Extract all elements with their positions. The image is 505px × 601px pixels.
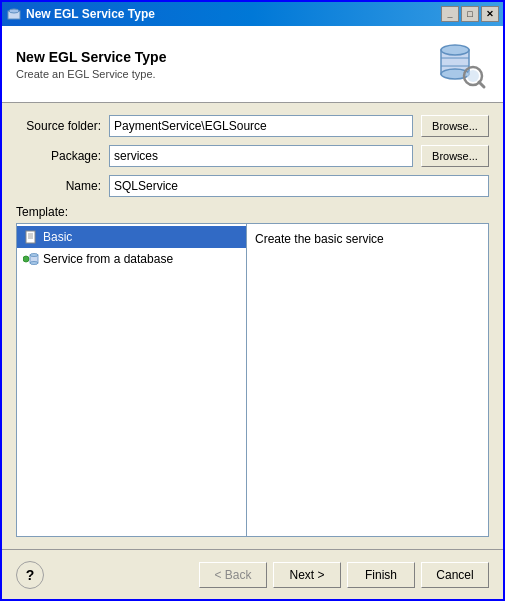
- source-folder-browse-button[interactable]: Browse...: [421, 115, 489, 137]
- cancel-button[interactable]: Cancel: [421, 562, 489, 588]
- svg-point-17: [30, 262, 38, 265]
- footer-buttons: < Back Next > Finish Cancel: [44, 562, 489, 588]
- name-row: Name:: [16, 175, 489, 197]
- source-folder-row: Source folder: Browse...: [16, 115, 489, 137]
- svg-point-3: [441, 45, 469, 55]
- service-db-icon: [23, 251, 39, 267]
- source-folder-label: Source folder:: [16, 119, 101, 133]
- header-subtitle: Create an EGL Service type.: [16, 68, 433, 80]
- minimize-button[interactable]: _: [441, 6, 459, 22]
- template-item-service-db[interactable]: Service from a database: [17, 248, 246, 270]
- window-controls: _ □ ✕: [441, 6, 499, 22]
- header-icon: [433, 36, 489, 92]
- template-item-basic[interactable]: Basic: [17, 226, 246, 248]
- window-title: New EGL Service Type: [26, 7, 441, 21]
- footer: ? < Back Next > Finish Cancel: [2, 549, 503, 599]
- close-button[interactable]: ✕: [481, 6, 499, 22]
- template-list: Basic: [17, 224, 247, 536]
- header: New EGL Service Type Create an EGL Servi…: [2, 26, 503, 103]
- basic-icon: [23, 229, 39, 245]
- name-label: Name:: [16, 179, 101, 193]
- package-browse-button[interactable]: Browse...: [421, 145, 489, 167]
- template-description: Create the basic service: [247, 224, 488, 536]
- maximize-button[interactable]: □: [461, 6, 479, 22]
- template-item-basic-label: Basic: [43, 230, 72, 244]
- svg-rect-10: [26, 231, 35, 243]
- template-label: Template:: [16, 205, 489, 219]
- header-text: New EGL Service Type Create an EGL Servi…: [16, 49, 433, 80]
- main-window: New EGL Service Type _ □ ✕ New EGL Servi…: [0, 0, 505, 601]
- name-input[interactable]: [109, 175, 489, 197]
- svg-point-14: [23, 256, 29, 262]
- svg-point-16: [30, 254, 38, 257]
- source-folder-input[interactable]: [109, 115, 413, 137]
- package-row: Package: Browse...: [16, 145, 489, 167]
- svg-point-8: [467, 70, 479, 82]
- content-area: Source folder: Browse... Package: Browse…: [2, 103, 503, 549]
- svg-point-1: [9, 9, 19, 13]
- package-input[interactable]: [109, 145, 413, 167]
- back-button[interactable]: < Back: [199, 562, 267, 588]
- template-panels: Basic: [16, 223, 489, 537]
- next-button[interactable]: Next >: [273, 562, 341, 588]
- template-item-service-db-label: Service from a database: [43, 252, 173, 266]
- header-title: New EGL Service Type: [16, 49, 433, 65]
- svg-line-9: [479, 82, 484, 87]
- help-button[interactable]: ?: [16, 561, 44, 589]
- template-section: Template: Basic: [16, 205, 489, 537]
- package-label: Package:: [16, 149, 101, 163]
- finish-button[interactable]: Finish: [347, 562, 415, 588]
- window-icon: [6, 6, 22, 22]
- title-bar: New EGL Service Type _ □ ✕: [2, 2, 503, 26]
